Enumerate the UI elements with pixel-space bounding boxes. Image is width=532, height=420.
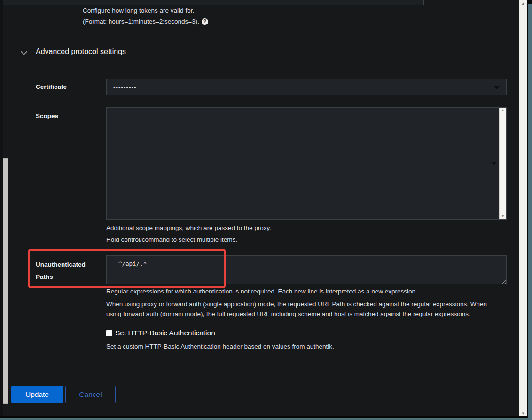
paths-help-line2: When using proxy or forward auth (single… (106, 299, 502, 319)
token-validity-help-line2: (Format: hours=1;minutes=2;seconds=3). (83, 18, 199, 25)
paths-help-line1: Regular expressions for which authentica… (106, 288, 417, 295)
unauthenticated-paths-textarea[interactable]: ^/api/.* (106, 255, 507, 284)
http-basic-auth-checkbox[interactable] (106, 330, 112, 336)
window-corner-top-right (528, 0, 532, 4)
http-basic-auth-help: Set a custom HTTP-Basic Authentication h… (106, 343, 334, 350)
certificate-select[interactable]: --------- (106, 79, 507, 95)
http-basic-auth-label[interactable]: Set HTTP-Basic Authentication (115, 329, 215, 337)
certificate-label: Certificate (36, 83, 67, 91)
caret-down-icon (491, 162, 497, 165)
chevron-down-icon[interactable] (21, 48, 27, 55)
certificate-selected-value: --------- (113, 84, 136, 91)
scopes-scrollbar[interactable]: ▲ ▼ (499, 108, 506, 219)
scopes-label: Scopes (36, 112, 58, 120)
unauthenticated-paths-label: Unauthenticated Paths (36, 259, 97, 283)
page-scrollbar-track[interactable]: ▲ ▼ (519, 0, 527, 417)
scopes-help-line1: Additional scope mappings, which are pas… (106, 224, 271, 232)
cancel-button[interactable]: Cancel (65, 386, 116, 403)
window-edge-right (528, 0, 532, 420)
question-help-icon[interactable]: ? (202, 18, 208, 25)
scroll-down-icon[interactable]: ▼ (501, 214, 505, 219)
scopes-help-line2: Hold control/command to select multiple … (106, 236, 237, 244)
token-validity-help-line1: Configure how long tokens are valid for. (83, 7, 194, 15)
section-title[interactable]: Advanced protocol settings (36, 48, 126, 56)
caret-down-icon (494, 86, 500, 89)
window-edge-bottom (0, 418, 532, 420)
update-button[interactable]: Update (11, 386, 63, 403)
window-edge-left (0, 0, 3, 420)
scopes-multiselect[interactable]: ▲ ▼ (106, 107, 507, 220)
token-validity-input-partial[interactable] (0, 0, 424, 5)
token-validity-help-line2-row: (Format: hours=1;minutes=2;seconds=3). ? (83, 18, 208, 25)
scroll-up-icon[interactable]: ▲ (519, 0, 527, 7)
scroll-up-icon[interactable]: ▲ (501, 108, 505, 113)
